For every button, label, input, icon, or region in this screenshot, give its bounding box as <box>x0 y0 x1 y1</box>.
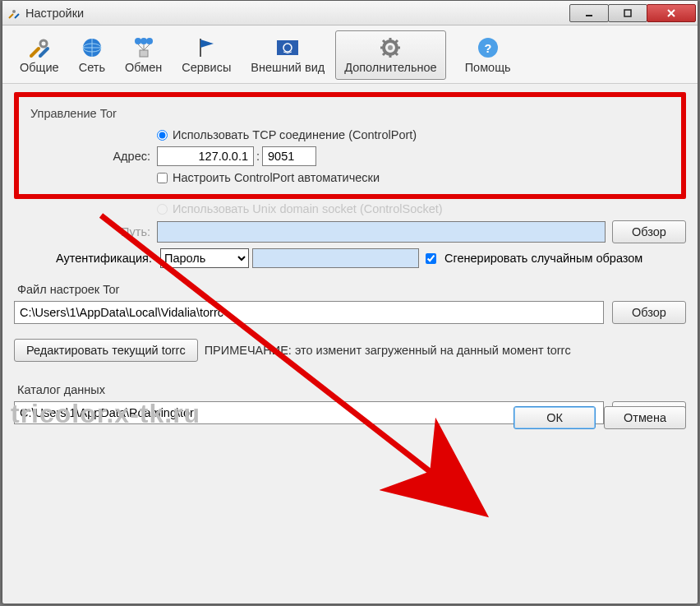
flag-icon <box>193 35 219 61</box>
tab-appearance[interactable]: Внешний вид <box>242 30 334 80</box>
auth-label: Аутентификация: <box>14 252 157 265</box>
addr-label: Адрес: <box>27 150 157 163</box>
svg-point-13 <box>388 45 393 50</box>
auth-password-input <box>252 248 419 268</box>
tab-label: Внешний вид <box>251 61 325 74</box>
random-password-checkbox[interactable] <box>426 253 436 264</box>
tab-label: Общие <box>20 61 59 74</box>
group-title-tor: Управление Tor <box>30 107 673 120</box>
edit-torrc-button[interactable]: Редактировать текущий torrc <box>14 339 198 362</box>
settings-window: Настройки Общие Сеть Обмен Сервисы Внешн… <box>2 0 698 604</box>
tab-services[interactable]: Сервисы <box>173 30 240 80</box>
highlight-box: Управление Tor Использовать TCP соединен… <box>14 92 686 199</box>
radio-tcp[interactable] <box>157 130 168 141</box>
tab-label: Сервисы <box>182 61 231 74</box>
radio-tcp-label: Использовать TCP соединение (ControlPort… <box>173 128 417 141</box>
radio-unix <box>157 204 168 215</box>
addr-port-colon: : <box>254 150 262 163</box>
tab-sharing[interactable]: Обмен <box>116 30 171 80</box>
browse-path-button[interactable]: Обзор <box>612 220 686 243</box>
svg-text:?: ? <box>484 42 491 55</box>
radio-unix-label: Использовать Unix domain socket (Control… <box>173 202 443 215</box>
torrc-path-input[interactable] <box>14 301 604 324</box>
svg-point-8 <box>140 38 147 44</box>
app-icon <box>7 7 21 20</box>
tab-help[interactable]: ? Помощь <box>456 30 520 80</box>
window-buttons <box>570 4 696 22</box>
cancel-button[interactable]: Отмена <box>604 406 686 429</box>
tab-advanced[interactable]: Дополнительное <box>335 30 445 80</box>
maximize-button[interactable] <box>608 4 647 22</box>
datadir-section-label: Каталог данных <box>17 383 686 396</box>
svg-rect-2 <box>624 10 631 16</box>
tab-label: Сеть <box>79 61 105 74</box>
network-nodes-icon <box>131 35 157 61</box>
random-password-label: Сгенерировать случайным образом <box>444 252 642 265</box>
tab-label: Дополнительное <box>344 61 436 74</box>
tools-icon <box>26 35 53 61</box>
minimize-button[interactable] <box>569 4 609 22</box>
dialog-footer: ОК Отмена <box>14 406 686 429</box>
globe-icon <box>79 35 105 61</box>
svg-point-3 <box>40 40 47 47</box>
browse-torrc-button[interactable]: Обзор <box>612 301 686 324</box>
tab-label: Помощь <box>465 61 511 74</box>
auto-controlport-label: Настроить ControlPort автоматически <box>173 171 380 184</box>
addr-input[interactable] <box>157 146 254 166</box>
close-button[interactable] <box>647 4 696 22</box>
titlebar: Настройки <box>2 1 698 25</box>
toolbar: Общие Сеть Обмен Сервисы Внешний вид Доп… <box>2 25 698 84</box>
dialog-body: Управление Tor Использовать TCP соединен… <box>2 84 698 441</box>
torrc-note: ПРИМЕЧАНИЕ: это изменит загруженный на д… <box>205 344 571 357</box>
svg-rect-9 <box>140 50 148 57</box>
tab-label: Обмен <box>125 61 162 74</box>
window-title: Настройки <box>25 7 570 20</box>
auto-controlport-checkbox[interactable] <box>157 173 168 183</box>
svg-point-6 <box>135 38 141 44</box>
path-label: Путь: <box>14 225 157 238</box>
help-icon: ? <box>475 35 501 61</box>
gear-icon <box>377 35 403 61</box>
port-input[interactable] <box>262 146 316 166</box>
ok-button[interactable]: ОК <box>513 406 596 429</box>
auth-mode-select[interactable]: Пароль <box>160 248 249 268</box>
svg-point-0 <box>12 10 16 13</box>
path-input <box>157 221 606 243</box>
svg-point-7 <box>146 38 153 44</box>
torrc-section-label: Файл настроек Tor <box>17 283 686 296</box>
tab-general[interactable]: Общие <box>11 30 68 80</box>
tab-network[interactable]: Сеть <box>70 30 114 80</box>
un-flag-icon <box>274 35 301 61</box>
